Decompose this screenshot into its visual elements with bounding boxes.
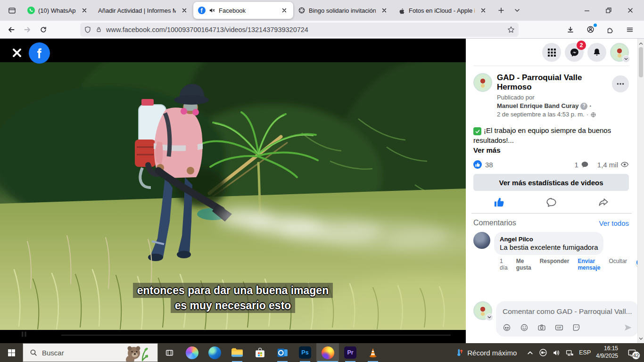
post-header: GAD - Parroquial Valle Hermoso Publicado… bbox=[473, 73, 629, 119]
windows-taskbar: Buscar Ps Pr bbox=[0, 343, 644, 362]
window-restore-button[interactable] bbox=[598, 1, 619, 20]
like-reaction-icon[interactable] bbox=[473, 160, 482, 169]
copilot-icon[interactable] bbox=[181, 343, 203, 362]
pause-icon[interactable] bbox=[22, 331, 27, 337]
reload-button[interactable] bbox=[37, 23, 50, 36]
tab-whatsapp[interactable]: (10) WhatsApp Business bbox=[23, 2, 93, 19]
vlc-icon[interactable] bbox=[362, 343, 384, 362]
post-date[interactable]: 2 de septiembre a las 4:53 p. m. · bbox=[497, 110, 607, 119]
window-minimize-button[interactable] bbox=[576, 1, 598, 20]
scrollbar-thumb[interactable] bbox=[639, 47, 643, 77]
address-bar[interactable]: www.facebook.com/100093700164713/videos/… bbox=[80, 23, 519, 37]
messenger-icon[interactable]: 2 bbox=[565, 43, 584, 62]
profile-avatar[interactable] bbox=[610, 43, 629, 62]
comment-hide-link[interactable]: Ocultar bbox=[609, 258, 627, 264]
language-indicator[interactable]: ESP bbox=[579, 349, 591, 356]
comment-reply-link[interactable]: Responder bbox=[540, 258, 570, 264]
apps-grid-icon[interactable] bbox=[542, 43, 561, 62]
page-scrollbar[interactable] bbox=[637, 39, 644, 343]
bing-bear-image[interactable] bbox=[124, 344, 148, 362]
gif-icon[interactable]: GIF bbox=[555, 323, 563, 332]
like-count[interactable]: 38 bbox=[485, 161, 493, 169]
facebook-logo[interactable] bbox=[29, 42, 50, 64]
meet-now-icon[interactable] bbox=[539, 348, 547, 357]
tab-close-icon[interactable] bbox=[79, 5, 90, 16]
video-player[interactable]: entonces para dar una buena imagen es mu… bbox=[0, 39, 466, 343]
taskbar-search[interactable]: Buscar bbox=[23, 343, 158, 362]
commenter-name[interactable]: Angel Pilco bbox=[500, 236, 598, 243]
tab-close-icon[interactable] bbox=[179, 5, 190, 16]
comment-time[interactable]: 1 día bbox=[500, 258, 508, 272]
tab-close-icon[interactable] bbox=[279, 5, 289, 16]
composer-avatar[interactable] bbox=[473, 301, 492, 320]
tab-anadir-actividad[interactable]: Añadir Actividad | Informes Mens bbox=[93, 2, 193, 19]
comment-like-link[interactable]: Me gusta bbox=[516, 258, 531, 272]
comment-bubble[interactable]: Angel Pilco La bestia excelente fumigado… bbox=[494, 232, 603, 255]
downloads-icon[interactable] bbox=[564, 23, 577, 36]
video-stats-button[interactable]: Ver más estadísticas de videos bbox=[473, 174, 629, 191]
show-hidden-icons-chevron[interactable] bbox=[527, 349, 534, 356]
firefox-view-button[interactable] bbox=[5, 3, 19, 17]
tracking-shield-icon[interactable] bbox=[84, 26, 91, 33]
file-explorer-icon[interactable] bbox=[226, 343, 248, 362]
page-avatar[interactable] bbox=[473, 73, 492, 92]
taskbar-clock[interactable]: 16:15 4/9/2025 bbox=[596, 345, 618, 360]
video-close-icon[interactable] bbox=[10, 46, 24, 59]
tab-close-icon[interactable] bbox=[478, 5, 488, 16]
tab-label: Fotos en iCloud - Apple iClou bbox=[409, 7, 475, 14]
post-options-icon[interactable] bbox=[612, 75, 629, 92]
view-count[interactable]: 1,4 mil bbox=[597, 161, 618, 169]
emoji-icon[interactable] bbox=[520, 323, 528, 332]
tab-label: (10) WhatsApp Business bbox=[38, 7, 76, 14]
send-comment-icon[interactable] bbox=[624, 323, 632, 332]
photoshop-icon[interactable]: Ps bbox=[294, 343, 316, 362]
see-more-link[interactable]: Ver más bbox=[473, 145, 629, 155]
microsoft-store-icon[interactable] bbox=[248, 343, 271, 362]
weather-widget[interactable]: Récord máximo bbox=[454, 348, 517, 357]
comment-count[interactable]: 1 bbox=[574, 161, 578, 169]
extensions-puzzle-icon[interactable] bbox=[603, 23, 617, 36]
comment-input[interactable]: Comentar como GAD - Parroquial Vall... G… bbox=[496, 301, 639, 337]
forward-button[interactable] bbox=[21, 23, 34, 36]
tab-muted-speaker-icon[interactable] bbox=[209, 7, 215, 14]
lock-icon[interactable] bbox=[95, 26, 102, 33]
edge-icon[interactable] bbox=[203, 343, 226, 362]
speaker-icon[interactable] bbox=[553, 349, 561, 357]
start-button[interactable] bbox=[0, 343, 23, 362]
tab-bingo-solidario[interactable]: Bingo solidario invitación bbox=[293, 2, 393, 19]
like-button[interactable] bbox=[494, 197, 505, 208]
account-icon[interactable] bbox=[584, 23, 597, 36]
premiere-icon[interactable]: Pr bbox=[339, 343, 362, 362]
tab-close-icon[interactable] bbox=[379, 5, 389, 16]
window-close-button[interactable] bbox=[619, 1, 641, 20]
scroll-down-icon[interactable] bbox=[638, 335, 644, 342]
page-name[interactable]: GAD - Parroquial Valle Hermoso bbox=[497, 73, 607, 92]
tab-facebook-active[interactable]: Facebook bbox=[193, 2, 293, 19]
comment-button[interactable] bbox=[546, 197, 557, 208]
app-menu-icon[interactable] bbox=[623, 23, 636, 36]
camera-icon[interactable] bbox=[537, 323, 546, 332]
notification-center-icon[interactable]: 42 bbox=[623, 343, 640, 362]
post-author[interactable]: Manuel Enrique Band Curay ? · bbox=[497, 102, 607, 110]
share-button[interactable] bbox=[598, 197, 609, 208]
emoji-avatar-icon[interactable] bbox=[503, 323, 511, 332]
scroll-up-icon[interactable] bbox=[638, 40, 644, 47]
task-view-button[interactable] bbox=[158, 343, 181, 362]
comment-send-message-link[interactable]: Enviar mensaje bbox=[578, 258, 600, 272]
list-all-tabs-button[interactable] bbox=[510, 3, 524, 17]
network-icon[interactable] bbox=[566, 349, 574, 357]
sticker-icon[interactable] bbox=[572, 323, 581, 332]
firefox-icon[interactable] bbox=[316, 343, 339, 362]
back-button[interactable] bbox=[5, 23, 18, 36]
new-tab-button[interactable] bbox=[494, 3, 508, 17]
commenter-avatar[interactable] bbox=[473, 232, 490, 249]
video-progress-bar[interactable] bbox=[61, 335, 451, 336]
chevron-down-icon[interactable] bbox=[486, 313, 493, 321]
see-all-comments-link[interactable]: Ver todos bbox=[599, 219, 629, 227]
system-tray: Récord máximo ESP 16:15 4/9/2025 42 bbox=[454, 343, 644, 362]
outlook-icon[interactable] bbox=[271, 343, 294, 362]
tab-icloud-fotos[interactable]: Fotos en iCloud - Apple iClou bbox=[393, 2, 492, 19]
bookmark-star-icon[interactable] bbox=[507, 26, 515, 33]
notifications-bell-icon[interactable] bbox=[587, 43, 606, 62]
url-text[interactable]: www.facebook.com/100093700164713/videos/… bbox=[106, 26, 504, 33]
